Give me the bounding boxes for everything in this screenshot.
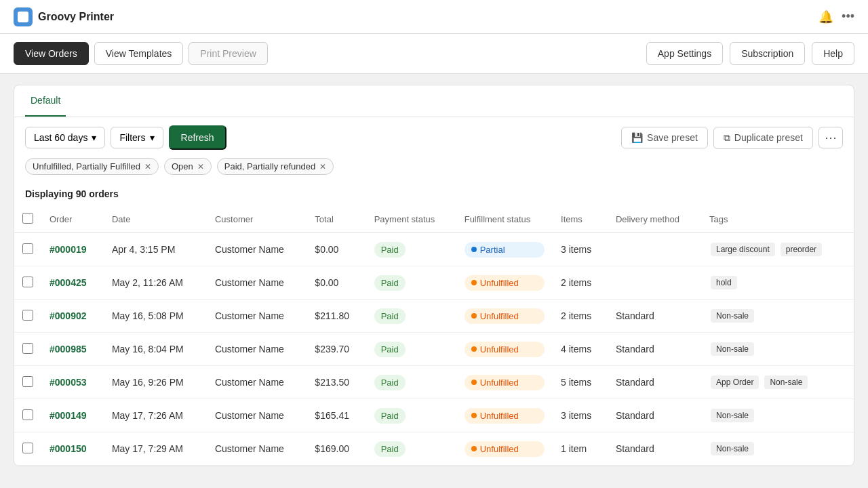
customer-name: Customer Name (207, 266, 307, 300)
more-icon[interactable]: ••• (842, 9, 854, 24)
order-items: 2 items (553, 266, 608, 300)
customer-name: Customer Name (207, 432, 307, 466)
tag-pill: preorder (781, 243, 822, 256)
status-dot (471, 280, 477, 285)
customer-name: Customer Name (207, 399, 307, 432)
chevron-down-icon: ▾ (92, 132, 96, 143)
order-tags: hold (701, 266, 854, 300)
tags-cell: Non-sale (709, 308, 846, 324)
fulfillment-status: Unfulfilled (456, 366, 553, 399)
table-header-row: Order Date Customer Total Payment status… (14, 206, 854, 233)
order-total: $0.00 (307, 266, 366, 300)
row-checkbox[interactable] (22, 243, 33, 254)
duplicate-icon: ⧉ (724, 132, 730, 144)
order-link[interactable]: #000425 (50, 277, 87, 288)
th-total: Total (307, 206, 366, 233)
status-dot (471, 346, 477, 352)
tabs: Default (14, 85, 854, 117)
row-checkbox[interactable] (22, 443, 33, 453)
row-checkbox[interactable] (22, 277, 33, 287)
subscription-button[interactable]: Subscription (730, 42, 805, 65)
row-checkbox[interactable] (22, 376, 33, 387)
app-settings-button[interactable]: App Settings (646, 42, 723, 65)
tags-cell: Non-sale (709, 341, 846, 357)
order-items: 5 items (553, 366, 608, 399)
order-tags: Non-sale (701, 300, 854, 333)
table-row: #000425May 2, 11:26 AMCustomer Name$0.00… (14, 266, 854, 300)
filter-tags: Unfulfilled, Partially Fulfilled ✕ Open … (14, 158, 854, 183)
order-items: 3 items (553, 399, 608, 432)
order-link[interactable]: #000150 (50, 443, 87, 454)
filter-tag-remove-payment[interactable]: ✕ (319, 162, 326, 171)
refresh-button[interactable]: Refresh (169, 125, 226, 150)
order-total: $213.50 (307, 366, 366, 399)
delivery-method (608, 233, 701, 266)
nav-right: App Settings Subscription Help (646, 42, 854, 65)
filter-tag-remove-open[interactable]: ✕ (197, 162, 204, 171)
order-tags: Non-sale (701, 432, 854, 466)
status-dot (471, 247, 477, 252)
order-link[interactable]: #000902 (50, 310, 87, 321)
fulfillment-status: Unfulfilled (456, 432, 553, 466)
duplicate-preset-button[interactable]: ⧉ Duplicate preset (713, 127, 813, 149)
tag-pill: Non-sale (711, 409, 754, 422)
table-row: #000902May 16, 5:08 PMCustomer Name$211.… (14, 300, 854, 333)
th-customer: Customer (207, 206, 307, 233)
select-all-checkbox[interactable] (22, 213, 33, 224)
topbar-actions: 🔔 ••• (818, 9, 854, 24)
status-dot (471, 380, 477, 385)
payment-status-badge: Paid (374, 242, 406, 258)
order-date: May 16, 8:04 PM (104, 333, 207, 366)
tab-default[interactable]: Default (25, 85, 66, 117)
fulfillment-status-badge: Unfulfilled (465, 441, 545, 457)
tag-pill: hold (711, 276, 737, 289)
fulfillment-status-badge: Unfulfilled (465, 275, 545, 291)
row-checkbox[interactable] (22, 343, 33, 354)
order-total: $211.80 (307, 300, 366, 333)
nav-bar: View Orders View Templates Print Preview… (0, 34, 868, 74)
view-orders-button[interactable]: View Orders (14, 42, 89, 65)
filter-tag-fulfillment: Unfulfilled, Partially Fulfilled ✕ (25, 158, 159, 175)
payment-status-badge: Paid (374, 275, 406, 291)
date-range-dropdown[interactable]: Last 60 days ▾ (25, 127, 105, 148)
th-tags: Tags (701, 206, 854, 233)
row-checkbox[interactable] (22, 409, 33, 420)
payment-status: Paid (366, 233, 456, 266)
tag-pill: Non-sale (711, 342, 754, 356)
order-total: $239.70 (307, 333, 366, 366)
save-preset-button[interactable]: 💾 Save preset (621, 127, 708, 148)
topbar-brand: Groovy Printer (14, 7, 114, 26)
order-link[interactable]: #000985 (50, 344, 87, 354)
view-templates-button[interactable]: View Templates (94, 42, 184, 65)
filters-dropdown[interactable]: Filters ▾ (111, 127, 163, 148)
payment-status-badge: Paid (374, 441, 406, 457)
payment-status: Paid (366, 399, 456, 432)
print-preview-button[interactable]: Print Preview (189, 42, 267, 65)
order-link[interactable]: #000053 (50, 377, 87, 388)
order-link[interactable]: #000019 (50, 244, 87, 255)
fulfillment-status-badge: Unfulfilled (465, 342, 545, 357)
customer-name: Customer Name (207, 333, 307, 366)
tag-pill: Non-sale (711, 442, 754, 455)
chevron-down-icon: ▾ (150, 132, 155, 143)
tags-cell: hold (709, 274, 846, 291)
order-link[interactable]: #000149 (50, 410, 87, 421)
logo-icon (18, 12, 28, 22)
fulfillment-status: Partial (456, 233, 553, 266)
delivery-method: Standard (608, 366, 701, 399)
payment-status: Paid (366, 300, 456, 333)
th-order: Order (41, 206, 104, 233)
help-button[interactable]: Help (812, 42, 854, 65)
more-options-button[interactable]: ⋯ (818, 127, 843, 148)
filter-tag-payment: Paid, Partially refunded ✕ (217, 158, 334, 175)
order-date: May 16, 5:08 PM (104, 300, 207, 333)
bell-icon[interactable]: 🔔 (818, 9, 833, 24)
app-title: Groovy Printer (38, 11, 114, 23)
filter-tag-remove-fulfillment[interactable]: ✕ (144, 162, 151, 171)
orders-table: Order Date Customer Total Payment status… (14, 206, 854, 466)
row-checkbox[interactable] (22, 310, 33, 321)
nav-left: View Orders View Templates Print Preview (14, 42, 268, 65)
status-dot (471, 313, 477, 319)
delivery-method: Standard (608, 432, 701, 466)
th-fulfillment-status: Fulfillment status (456, 206, 553, 233)
